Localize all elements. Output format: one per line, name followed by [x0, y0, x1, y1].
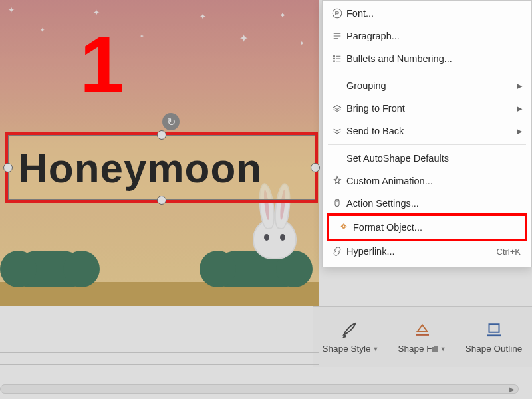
annotation-1: 1 — [80, 19, 124, 110]
svg-rect-6 — [489, 324, 499, 332]
menu-separator — [328, 144, 526, 145]
resize-handle-top[interactable] — [157, 130, 166, 140]
outline-icon — [484, 320, 504, 340]
menu-label: Bring to Front — [346, 103, 517, 114]
menu-label: Custom Animation... — [346, 176, 525, 186]
menu-bring-to-front[interactable]: Bring to Front ▶ — [323, 97, 531, 120]
menu-label: Send to Back — [346, 126, 517, 136]
svg-point-0 — [332, 9, 342, 18]
toolbar-label: Shape Style — [323, 344, 371, 354]
svg-point-3 — [334, 61, 335, 62]
menu-label: Paragraph... — [346, 31, 525, 41]
shape-outline-button[interactable]: Shape Outline — [466, 320, 523, 354]
resize-handle-left[interactable] — [3, 163, 13, 172]
submenu-arrow-icon: ▶ — [517, 82, 525, 90]
toolbar-label: Shape Outline — [466, 344, 523, 354]
scroll-right-arrow-icon[interactable]: ▶ — [506, 385, 518, 393]
menu-label: Font... — [346, 8, 525, 19]
menu-hyperlink[interactable]: Hyperlink... Ctrl+K — [323, 240, 531, 263]
divider — [0, 364, 319, 365]
toolbar-label: Shape Fill — [398, 344, 438, 354]
menu-action-settings[interactable]: Action Settings... — [323, 192, 531, 215]
menu-label: Set AutoShape Defaults — [346, 153, 525, 164]
bullets-icon — [328, 53, 346, 65]
menu-shortcut: Ctrl+K — [497, 247, 525, 257]
menu-separator — [328, 72, 526, 72]
selected-textbox[interactable]: Honeymoon — [8, 135, 315, 200]
rotation-handle[interactable] — [162, 113, 180, 130]
brush-icon — [340, 320, 360, 340]
svg-point-5 — [342, 225, 345, 228]
resize-handle-bottom[interactable] — [157, 196, 166, 205]
menu-bullets[interactable]: Bullets and Numbering... — [323, 47, 531, 70]
divider — [0, 352, 319, 353]
bring-front-icon — [328, 102, 346, 114]
paragraph-icon — [328, 30, 346, 42]
menu-paragraph[interactable]: Paragraph... — [323, 25, 531, 47]
menu-format-object[interactable]: Format Object... — [329, 216, 525, 239]
submenu-arrow-icon: ▶ — [517, 104, 525, 113]
menu-label: Format Object... — [353, 222, 518, 233]
menu-label: Grouping — [346, 80, 517, 91]
shape-toolbar: Shape Style▼ Shape Fill▼ Shape Outline — [313, 306, 532, 367]
animation-icon — [328, 175, 346, 187]
menu-label: Hyperlink... — [346, 246, 497, 257]
menu-set-autoshape-defaults[interactable]: Set AutoShape Defaults — [323, 147, 531, 170]
resize-handle-right[interactable] — [311, 163, 320, 172]
textbox-text[interactable]: Honeymoon — [18, 144, 262, 192]
selected-textbox-highlight: Honeymoon — [5, 132, 318, 203]
menu-label: Bullets and Numbering... — [346, 53, 525, 64]
menu-send-to-back[interactable]: Send to Back ▶ — [323, 120, 531, 142]
context-menu: Font... Paragraph... Bullets and Numberi… — [322, 0, 532, 267]
svg-point-1 — [334, 55, 335, 57]
chevron-down-icon: ▼ — [440, 346, 446, 352]
svg-point-2 — [334, 58, 335, 59]
menu-label: Action Settings... — [346, 198, 525, 209]
menu-grouping[interactable]: Grouping ▶ — [323, 74, 531, 97]
menu-custom-animation[interactable]: Custom Animation... — [323, 170, 531, 192]
format-object-icon — [334, 221, 353, 233]
fill-icon — [412, 320, 432, 340]
send-back-icon — [328, 125, 346, 137]
shape-style-button[interactable]: Shape Style▼ — [323, 320, 379, 354]
bush-shape — [13, 251, 86, 287]
shape-fill-button[interactable]: Shape Fill▼ — [398, 320, 446, 354]
chevron-down-icon: ▼ — [372, 346, 378, 352]
bunny-shape — [233, 193, 313, 286]
link-icon — [328, 245, 346, 257]
mouse-icon — [328, 198, 346, 209]
submenu-arrow-icon: ▶ — [517, 127, 525, 136]
font-icon — [328, 7, 346, 19]
horizontal-scrollbar[interactable]: ▶ — [0, 384, 519, 394]
menu-font[interactable]: Font... — [323, 2, 531, 25]
format-object-highlight: Format Object... — [327, 213, 527, 241]
